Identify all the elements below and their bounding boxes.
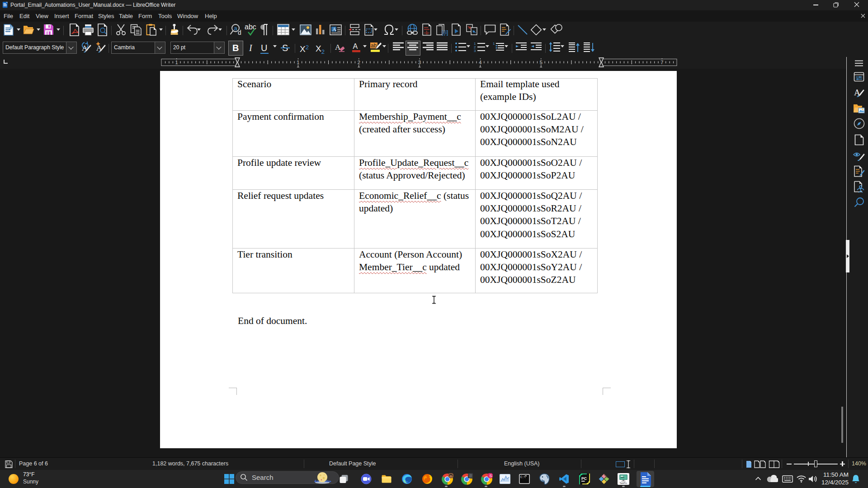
svg-text:4: 4 [479, 60, 481, 65]
svg-text:[(i]: [(i] [442, 29, 448, 36]
svg-text:A: A [332, 26, 336, 33]
svg-text:d: d [238, 29, 241, 36]
svg-text:1: 1 [493, 42, 495, 46]
svg-text:2: 2 [358, 60, 360, 65]
svg-text:TaskPro: TaskPro [620, 482, 627, 484]
svg-text:A: A [335, 43, 341, 52]
svg-text:3: 3 [418, 60, 421, 65]
svg-text:5: 5 [540, 60, 542, 65]
svg-text:PC: PC [581, 476, 587, 481]
svg-text:a: a [234, 25, 238, 32]
svg-text:ab: ab [371, 42, 377, 49]
svg-text:S: S [489, 473, 492, 478]
svg-text:3: 3 [474, 49, 476, 52]
svg-text:A: A [353, 42, 358, 50]
svg-text:7: 7 [660, 60, 663, 65]
svg-text:1: 1 [425, 30, 428, 35]
svg-text:1: 1 [175, 60, 178, 65]
svg-text:A: A [82, 44, 88, 52]
svg-text:1: 1 [297, 60, 299, 65]
svg-text:A: A [96, 44, 102, 52]
